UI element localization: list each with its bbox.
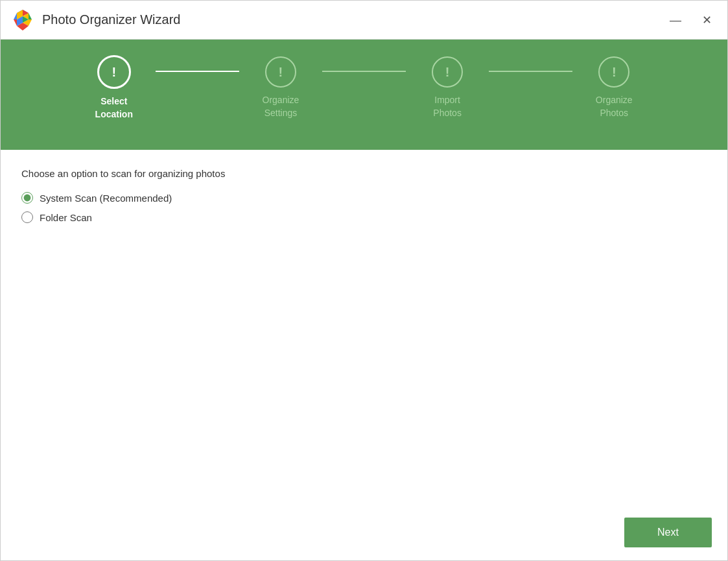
window-controls: — ✕: [664, 12, 717, 29]
system-scan-option[interactable]: System Scan (Recommended): [21, 192, 707, 204]
next-button[interactable]: Next: [624, 518, 712, 547]
wizard-step-organize-photos: ! OrganizePhotos: [572, 56, 656, 119]
app-title: Photo Organizer Wizard: [42, 12, 180, 27]
step-label-4: OrganizePhotos: [596, 94, 633, 119]
folder-scan-option[interactable]: Folder Scan: [21, 211, 707, 223]
wizard-step-import-photos: ! ImportPhotos: [406, 56, 489, 119]
title-bar: Photo Organizer Wizard — ✕: [1, 1, 727, 40]
svg-marker-11: [14, 19, 17, 26]
step-circle-1: !: [97, 55, 131, 89]
svg-marker-1: [29, 13, 32, 19]
step-connector-3: [489, 71, 572, 72]
wizard-step-select-location: ! SelectLocation: [73, 55, 156, 121]
step-circle-3: !: [432, 56, 463, 88]
step-label-3: ImportPhotos: [433, 94, 462, 119]
system-scan-radio[interactable]: [21, 192, 33, 204]
instruction-text: Choose an option to scan for organizing …: [21, 168, 707, 179]
folder-scan-radio[interactable]: [21, 211, 33, 223]
step-circle-2: !: [265, 56, 296, 88]
step-label-2: OrganizeSettings: [263, 94, 299, 119]
wizard-steps: ! SelectLocation ! OrganizeSettings ! Im…: [73, 55, 656, 121]
step-connector-1: [156, 71, 239, 72]
scan-options: System Scan (Recommended) Folder Scan: [21, 192, 707, 223]
step-label-1: SelectLocation: [95, 95, 133, 121]
step-connector-2: [322, 71, 406, 72]
close-button[interactable]: ✕: [697, 12, 717, 29]
minimize-button[interactable]: —: [664, 12, 687, 29]
system-scan-label: System Scan (Recommended): [40, 193, 172, 204]
folder-scan-label: Folder Scan: [40, 212, 92, 223]
wizard-step-organize-settings: ! OrganizeSettings: [239, 56, 323, 119]
app-window: Photo Organizer Wizard — ✕ ! SelectLocat…: [0, 0, 728, 561]
app-logo: [11, 8, 34, 32]
step-circle-4: !: [598, 56, 629, 88]
title-bar-left: Photo Organizer Wizard: [11, 8, 180, 32]
wizard-bar: ! SelectLocation ! OrganizeSettings ! Im…: [1, 40, 727, 150]
content-area: Choose an option to scan for organizing …: [1, 150, 727, 510]
footer: Next: [1, 510, 727, 560]
